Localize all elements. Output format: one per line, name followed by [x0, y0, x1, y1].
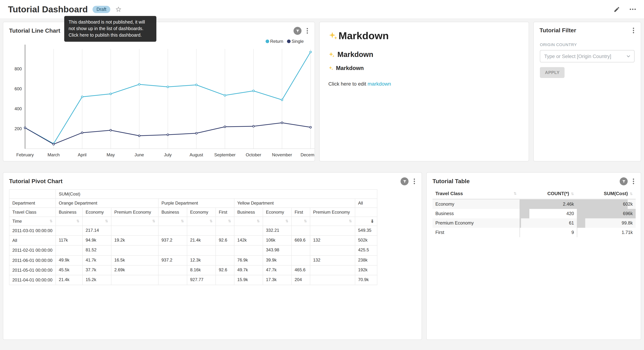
pivot-value-cell	[187, 226, 216, 236]
x-axis-label: May	[107, 152, 115, 157]
pivot-row-label: 2011-02-01 00:00:00	[9, 246, 56, 255]
pivot-value-cell: 21.4k	[56, 275, 82, 285]
publish-tooltip[interactable]: This dashboard is not published, it will…	[64, 16, 156, 42]
pivot-sort-cell[interactable]: ⇅	[234, 217, 263, 226]
pivot-value-cell: 21.4k	[187, 236, 216, 245]
edit-icon[interactable]	[614, 6, 620, 12]
count-column-header[interactable]: COUNT(*)⇅	[520, 188, 577, 199]
pivot-class-header	[355, 208, 377, 217]
pivot-row-label: 2011-04-01 00:00:00	[9, 275, 56, 285]
sort-icon: ⇅	[228, 219, 231, 223]
pivot-sort-cell[interactable]: ⇅	[263, 217, 292, 226]
pivot-value-cell: 106k	[263, 236, 292, 245]
pivot-measure-label: SUM(Cost)	[56, 190, 377, 198]
pivot-sort-cell[interactable]: ⇓	[355, 217, 377, 226]
table-kebab-menu-icon[interactable]	[632, 178, 635, 185]
count-cell: 2.46k	[520, 199, 577, 209]
x-axis-label: September	[214, 152, 236, 157]
pivot-measure-row: SUM(Cost)	[9, 190, 377, 198]
pivot-class-header: Premium Economy	[310, 208, 355, 217]
filter-kebab-menu-icon[interactable]	[632, 27, 635, 34]
pivot-value-cell	[292, 226, 310, 236]
x-axis-label: June	[134, 152, 144, 157]
y-axis-label: 600	[14, 86, 22, 91]
sparkles-icon	[328, 51, 335, 58]
legend-item-return[interactable]: Return	[266, 39, 283, 44]
pivot-value-cell: 45.5k	[56, 265, 82, 275]
apply-button[interactable]: APPLY	[540, 67, 565, 78]
pivot-value-cell: 39.9k	[263, 255, 292, 265]
markdown-h1: Markdown	[328, 30, 520, 42]
favorite-star-icon[interactable]	[116, 6, 122, 12]
pivot-time-header[interactable]: Time⇅	[9, 217, 56, 226]
pivot-value-cell	[158, 246, 187, 255]
pivot-sort-cell[interactable]: ⇅	[111, 217, 158, 226]
pivot-sort-cell[interactable]: ⇅	[292, 217, 310, 226]
travel-class-column-header[interactable]: Travel Class⇅	[432, 188, 520, 199]
filter-card: Tutorial Filter ORIGIN COUNTRY Type or S…	[533, 22, 641, 162]
pivot-class-header: First	[216, 208, 234, 217]
y-axis-label: 800	[14, 66, 22, 71]
more-menu-icon[interactable]	[630, 8, 636, 10]
sort-icon: ⇅	[257, 219, 260, 223]
pivot-value-cell: 669.6	[292, 236, 310, 245]
markdown-paragraph: Click here to edit markdown	[328, 81, 520, 87]
filter-scope-icon[interactable]	[400, 177, 408, 185]
pivot-sort-cell[interactable]: ⇅	[187, 217, 216, 226]
sort-icon: ⇅	[514, 192, 517, 196]
pivot-travel-class-label: Travel Class	[9, 208, 56, 217]
pivot-value-cell: 937.2	[158, 236, 187, 245]
sort-icon: ⇅	[105, 219, 108, 223]
filter-scope-icon[interactable]	[620, 177, 628, 185]
pivot-value-cell: 465.6	[292, 265, 310, 275]
pivot-data-row: 2011-05-01 00:00:0045.5k37.7k2.69k8.16k9…	[9, 265, 377, 275]
pivot-sort-cell[interactable]: ⇅	[82, 217, 111, 226]
pivot-value-cell: 217.14	[82, 226, 111, 236]
origin-country-label: ORIGIN COUNTRY	[540, 42, 634, 47]
pivot-value-cell	[292, 246, 310, 255]
edit-markdown-link[interactable]: markdown	[368, 81, 391, 87]
table-row: Premium Economy 61 99.8k	[432, 218, 636, 228]
pivot-class-header: Business	[158, 208, 187, 217]
sort-desc-icon: ⇓	[370, 219, 374, 224]
pivot-value-cell: 204	[292, 275, 310, 285]
pivot-value-cell: 117k	[56, 236, 82, 245]
pivot-value-cell	[158, 226, 187, 236]
pivot-value-cell: 549.35	[355, 226, 377, 236]
count-bar	[520, 218, 521, 228]
sum-column-header[interactable]: SUM(Cost)⇅	[577, 188, 636, 199]
chart-kebab-menu-icon[interactable]	[306, 27, 309, 34]
x-axis-label: November	[272, 152, 292, 157]
markdown-card: Markdown Markdown Markdown Click here to…	[319, 22, 529, 162]
draft-badge[interactable]: Draft	[92, 6, 110, 13]
sort-icon: ⇅	[181, 219, 184, 223]
select-placeholder: Type or Select [Origin Country]	[544, 54, 611, 59]
pivot-kebab-menu-icon[interactable]	[413, 178, 416, 185]
pivot-value-cell	[216, 255, 234, 265]
pivot-sort-cell[interactable]: ⇅	[158, 217, 187, 226]
table-card-title: Tutorial Table	[432, 178, 470, 184]
line-chart[interactable]: FebruaryMarchAprilMayJuneJulyAugustSepte…	[3, 42, 314, 162]
pivot-value-cell	[216, 226, 234, 236]
pivot-value-cell: 142k	[234, 236, 263, 245]
pivot-value-cell: 92.6	[216, 265, 234, 275]
count-cell: 61	[520, 218, 577, 228]
pivot-value-cell	[216, 275, 234, 285]
pivot-sort-cell[interactable]: ⇅	[310, 217, 355, 226]
pivot-value-cell: 47.7k	[263, 265, 292, 275]
pivot-value-cell	[111, 275, 158, 285]
pivot-data-row: 2011-04-01 00:00:0021.4k15.2k927.7715.9k…	[9, 275, 377, 285]
pivot-value-cell: 425.5	[355, 246, 377, 255]
legend-item-single[interactable]: Single	[287, 39, 304, 44]
pivot-corner-cell	[9, 190, 56, 198]
pivot-sort-cell[interactable]: ⇅	[56, 217, 82, 226]
origin-country-select[interactable]: Type or Select [Origin Country]	[540, 50, 634, 62]
sum-bar	[577, 200, 628, 209]
x-axis-label: August	[190, 152, 203, 157]
pivot-row-label: 2011-05-01 00:00:00	[9, 265, 56, 275]
pivot-class-header: Economy	[263, 208, 292, 217]
pivot-value-cell: 49.7k	[234, 265, 263, 275]
filter-scope-icon[interactable]	[294, 27, 302, 35]
pivot-value-cell: 2.69k	[111, 265, 158, 275]
pivot-sort-cell[interactable]: ⇅	[216, 217, 234, 226]
